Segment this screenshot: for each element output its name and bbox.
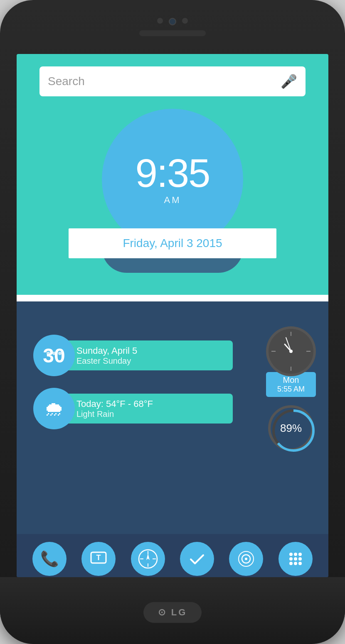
screen-top-section: Search 🎤 9:35 AM Friday, April 3 2015 <box>17 54 328 295</box>
front-camera <box>169 18 176 25</box>
indicator-dot <box>157 18 163 24</box>
calendar-line1: Sunday, April 5 <box>76 345 223 356</box>
weather-icon-circle: 🌧 <box>33 388 75 429</box>
bottom-bezel: ⊙ LG <box>0 577 345 644</box>
top-bezel <box>0 0 345 54</box>
svg-point-29 <box>298 562 302 565</box>
analog-clock-day: Mon <box>283 375 299 385</box>
dock-phone-icon[interactable]: 📞 <box>32 542 67 576</box>
date-text: Friday, April 3 2015 <box>123 237 222 250</box>
battery-widget: 89% <box>268 405 314 451</box>
analog-clock-time: 5:55 AM <box>277 385 305 394</box>
lg-logo: ⊙ LG <box>143 602 202 623</box>
calendar-number: 30 <box>43 344 65 367</box>
svg-point-24 <box>289 557 293 561</box>
speaker-grille <box>139 30 206 36</box>
dock-grid-icon[interactable] <box>278 542 313 576</box>
search-placeholder: Search <box>48 75 85 88</box>
indicator-dot-2 <box>182 18 188 24</box>
search-bar[interactable]: Search 🎤 <box>39 66 306 96</box>
weather-line1: Today: 54°F - 68°F <box>76 399 223 409</box>
dock-compass-icon[interactable] <box>131 542 165 576</box>
clock-time: 9:35 <box>136 153 210 193</box>
lg-brand-text: ⊙ LG <box>158 607 187 618</box>
svg-point-21 <box>289 553 293 556</box>
cal-dot-3 <box>58 352 62 355</box>
right-widgets: Mon 5:55 AM 89% <box>266 326 316 451</box>
svg-marker-17 <box>146 553 150 560</box>
svg-text:T: T <box>96 553 101 562</box>
calendar-label-box: Sunday, April 5 Easter Sunday <box>67 340 233 370</box>
calendar-dots <box>47 352 62 355</box>
app-dock: 📞 T <box>17 534 328 577</box>
screen: Search 🎤 9:35 AM Friday, April 3 2015 <box>17 54 328 577</box>
cal-dot-2 <box>52 352 56 355</box>
dock-message-icon[interactable]: T <box>81 542 116 576</box>
screen-bottom-section: Mon 5:55 AM 89% <box>17 301 328 577</box>
dock-camera-icon[interactable] <box>229 542 263 576</box>
calendar-icon-circle: 30 <box>33 335 75 376</box>
date-banner: Friday, April 3 2015 <box>69 228 276 258</box>
svg-point-23 <box>298 553 302 556</box>
cal-dot-1 <box>47 352 50 355</box>
svg-point-28 <box>294 562 297 565</box>
cloud-rain-icon: 🌧 <box>44 397 64 420</box>
svg-point-19 <box>245 558 247 560</box>
clock-svg <box>268 328 314 374</box>
message-svg: T <box>90 551 107 566</box>
check-svg <box>187 549 207 568</box>
dock-check-icon[interactable] <box>180 542 214 576</box>
calendar-line2: Easter Sunday <box>76 356 223 366</box>
svg-point-27 <box>289 562 293 565</box>
weather-label-box: Today: 54°F - 68°F Light Rain <box>67 394 233 424</box>
svg-point-7 <box>289 350 293 353</box>
camera-area <box>157 18 188 25</box>
battery-arc-svg <box>271 408 316 453</box>
svg-point-25 <box>294 557 297 561</box>
svg-point-22 <box>294 553 297 556</box>
clock-widget: 9:35 AM Friday, April 3 2015 <box>102 109 243 250</box>
phone-frame: Search 🎤 9:35 AM Friday, April 3 2015 <box>0 0 345 644</box>
analog-clock-face <box>266 326 316 376</box>
section-divider <box>17 295 328 301</box>
clock-ampm: AM <box>164 195 181 206</box>
microphone-icon[interactable]: 🎤 <box>281 73 297 89</box>
camera-svg <box>237 549 256 568</box>
svg-point-26 <box>298 557 302 561</box>
compass-svg <box>138 549 158 569</box>
weather-line2: Light Rain <box>76 409 223 419</box>
grid-svg <box>287 550 304 568</box>
analog-clock-widget: Mon 5:55 AM <box>266 326 316 397</box>
